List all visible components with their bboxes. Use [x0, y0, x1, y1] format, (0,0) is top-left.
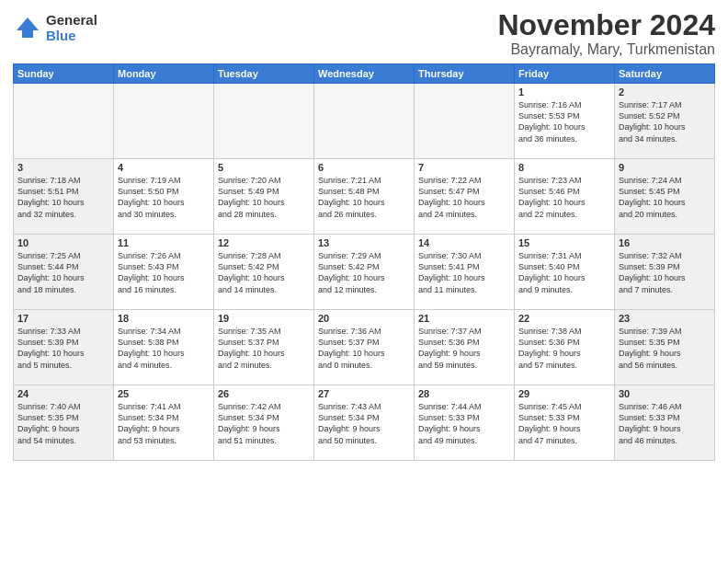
- day-number: 9: [619, 162, 711, 173]
- day-info: Sunrise: 7:22 AM Sunset: 5:47 PM Dayligh…: [418, 175, 510, 220]
- day-info: Sunrise: 7:45 AM Sunset: 5:33 PM Dayligh…: [518, 401, 610, 446]
- calendar-cell: 19Sunrise: 7:35 AM Sunset: 5:37 PM Dayli…: [214, 310, 314, 385]
- day-info: Sunrise: 7:26 AM Sunset: 5:43 PM Dayligh…: [118, 250, 210, 295]
- calendar-cell: 16Sunrise: 7:32 AM Sunset: 5:39 PM Dayli…: [615, 235, 715, 310]
- day-number: 7: [418, 162, 510, 173]
- day-info: Sunrise: 7:46 AM Sunset: 5:33 PM Dayligh…: [619, 401, 711, 446]
- calendar-cell: 4Sunrise: 7:19 AM Sunset: 5:50 PM Daylig…: [114, 159, 214, 235]
- day-number: 8: [518, 162, 610, 173]
- weekday-tuesday: Tuesday: [214, 64, 314, 84]
- day-number: 26: [218, 388, 310, 399]
- day-info: Sunrise: 7:19 AM Sunset: 5:50 PM Dayligh…: [118, 175, 210, 220]
- day-number: 12: [218, 237, 310, 248]
- calendar-table: SundayMondayTuesdayWednesdayThursdayFrid…: [13, 63, 715, 461]
- weekday-sunday: Sunday: [14, 64, 114, 84]
- day-number: 17: [17, 313, 109, 324]
- day-info: Sunrise: 7:43 AM Sunset: 5:34 PM Dayligh…: [318, 401, 410, 446]
- day-number: 23: [619, 313, 711, 324]
- week-row-5: 24Sunrise: 7:40 AM Sunset: 5:35 PM Dayli…: [14, 385, 715, 461]
- calendar-cell: 30Sunrise: 7:46 AM Sunset: 5:33 PM Dayli…: [615, 385, 715, 461]
- day-info: Sunrise: 7:40 AM Sunset: 5:35 PM Dayligh…: [17, 401, 109, 446]
- logo: General Blue: [13, 13, 97, 43]
- logo-general: General: [46, 13, 97, 29]
- calendar-cell: 22Sunrise: 7:38 AM Sunset: 5:36 PM Dayli…: [515, 310, 615, 385]
- calendar-cell: 3Sunrise: 7:18 AM Sunset: 5:51 PM Daylig…: [14, 159, 114, 235]
- day-info: Sunrise: 7:44 AM Sunset: 5:33 PM Dayligh…: [418, 401, 510, 446]
- day-number: 18: [118, 313, 210, 324]
- calendar-cell: 9Sunrise: 7:24 AM Sunset: 5:45 PM Daylig…: [615, 159, 715, 235]
- day-info: Sunrise: 7:17 AM Sunset: 5:52 PM Dayligh…: [619, 99, 711, 144]
- day-info: Sunrise: 7:18 AM Sunset: 5:51 PM Dayligh…: [17, 175, 109, 220]
- day-info: Sunrise: 7:38 AM Sunset: 5:36 PM Dayligh…: [518, 326, 610, 371]
- calendar-cell: [214, 84, 314, 159]
- calendar-cell: 21Sunrise: 7:37 AM Sunset: 5:36 PM Dayli…: [415, 310, 515, 385]
- calendar-cell: 10Sunrise: 7:25 AM Sunset: 5:44 PM Dayli…: [14, 235, 114, 310]
- day-number: 6: [318, 162, 410, 173]
- day-info: Sunrise: 7:31 AM Sunset: 5:40 PM Dayligh…: [518, 250, 610, 295]
- day-info: Sunrise: 7:25 AM Sunset: 5:44 PM Dayligh…: [17, 250, 109, 295]
- day-number: 3: [17, 162, 109, 173]
- logo-text: General Blue: [46, 13, 97, 43]
- day-number: 5: [218, 162, 310, 173]
- calendar-cell: 28Sunrise: 7:44 AM Sunset: 5:33 PM Dayli…: [415, 385, 515, 461]
- day-info: Sunrise: 7:39 AM Sunset: 5:35 PM Dayligh…: [619, 326, 711, 371]
- day-info: Sunrise: 7:28 AM Sunset: 5:42 PM Dayligh…: [218, 250, 310, 295]
- weekday-header-row: SundayMondayTuesdayWednesdayThursdayFrid…: [14, 64, 715, 84]
- location-title: Bayramaly, Mary, Turkmenistan: [497, 41, 715, 58]
- day-info: Sunrise: 7:34 AM Sunset: 5:38 PM Dayligh…: [118, 326, 210, 371]
- logo-blue: Blue: [46, 29, 97, 44]
- calendar-header: SundayMondayTuesdayWednesdayThursdayFrid…: [14, 64, 715, 84]
- calendar-cell: [314, 84, 415, 159]
- day-number: 4: [118, 162, 210, 173]
- day-number: 1: [518, 86, 610, 98]
- logo-icon: [13, 14, 42, 43]
- calendar-cell: 18Sunrise: 7:34 AM Sunset: 5:38 PM Dayli…: [114, 310, 214, 385]
- day-number: 14: [418, 237, 510, 248]
- day-number: 20: [318, 313, 410, 324]
- calendar-cell: 1Sunrise: 7:16 AM Sunset: 5:53 PM Daylig…: [515, 84, 615, 159]
- page-container: General Blue November 2024 Bayramaly, Ma…: [0, 0, 728, 468]
- day-info: Sunrise: 7:21 AM Sunset: 5:48 PM Dayligh…: [318, 175, 410, 220]
- calendar-cell: [114, 84, 214, 159]
- title-block: November 2024 Bayramaly, Mary, Turkmenis…: [497, 9, 715, 58]
- calendar-cell: 12Sunrise: 7:28 AM Sunset: 5:42 PM Dayli…: [214, 235, 314, 310]
- day-number: 10: [17, 237, 109, 248]
- day-number: 13: [318, 237, 410, 248]
- calendar-body: 1Sunrise: 7:16 AM Sunset: 5:53 PM Daylig…: [14, 84, 715, 461]
- day-info: Sunrise: 7:30 AM Sunset: 5:41 PM Dayligh…: [418, 250, 510, 295]
- weekday-thursday: Thursday: [415, 64, 515, 84]
- day-number: 24: [17, 388, 109, 399]
- day-number: 11: [118, 237, 210, 248]
- day-number: 19: [218, 313, 310, 324]
- weekday-friday: Friday: [515, 64, 615, 84]
- day-info: Sunrise: 7:37 AM Sunset: 5:36 PM Dayligh…: [418, 326, 510, 371]
- day-info: Sunrise: 7:32 AM Sunset: 5:39 PM Dayligh…: [619, 250, 711, 295]
- svg-marker-0: [17, 17, 39, 30]
- day-info: Sunrise: 7:20 AM Sunset: 5:49 PM Dayligh…: [218, 175, 310, 220]
- calendar-cell: 24Sunrise: 7:40 AM Sunset: 5:35 PM Dayli…: [14, 385, 114, 461]
- calendar-cell: 25Sunrise: 7:41 AM Sunset: 5:34 PM Dayli…: [114, 385, 214, 461]
- calendar-cell: 14Sunrise: 7:30 AM Sunset: 5:41 PM Dayli…: [415, 235, 515, 310]
- day-number: 21: [418, 313, 510, 324]
- day-info: Sunrise: 7:42 AM Sunset: 5:34 PM Dayligh…: [218, 401, 310, 446]
- week-row-1: 1Sunrise: 7:16 AM Sunset: 5:53 PM Daylig…: [14, 84, 715, 159]
- day-number: 28: [418, 388, 510, 399]
- calendar-cell: 15Sunrise: 7:31 AM Sunset: 5:40 PM Dayli…: [515, 235, 615, 310]
- day-info: Sunrise: 7:16 AM Sunset: 5:53 PM Dayligh…: [518, 99, 610, 144]
- calendar-cell: 23Sunrise: 7:39 AM Sunset: 5:35 PM Dayli…: [615, 310, 715, 385]
- day-number: 29: [518, 388, 610, 399]
- calendar-cell: 8Sunrise: 7:23 AM Sunset: 5:46 PM Daylig…: [515, 159, 615, 235]
- calendar-cell: 2Sunrise: 7:17 AM Sunset: 5:52 PM Daylig…: [615, 84, 715, 159]
- weekday-saturday: Saturday: [615, 64, 715, 84]
- day-info: Sunrise: 7:35 AM Sunset: 5:37 PM Dayligh…: [218, 326, 310, 371]
- day-info: Sunrise: 7:33 AM Sunset: 5:39 PM Dayligh…: [17, 326, 109, 371]
- day-number: 15: [518, 237, 610, 248]
- day-info: Sunrise: 7:29 AM Sunset: 5:42 PM Dayligh…: [318, 250, 410, 295]
- calendar-cell: 11Sunrise: 7:26 AM Sunset: 5:43 PM Dayli…: [114, 235, 214, 310]
- calendar-cell: 6Sunrise: 7:21 AM Sunset: 5:48 PM Daylig…: [314, 159, 415, 235]
- day-number: 27: [318, 388, 410, 399]
- day-info: Sunrise: 7:24 AM Sunset: 5:45 PM Dayligh…: [619, 175, 711, 220]
- day-number: 25: [118, 388, 210, 399]
- week-row-2: 3Sunrise: 7:18 AM Sunset: 5:51 PM Daylig…: [14, 159, 715, 235]
- day-number: 30: [619, 388, 711, 399]
